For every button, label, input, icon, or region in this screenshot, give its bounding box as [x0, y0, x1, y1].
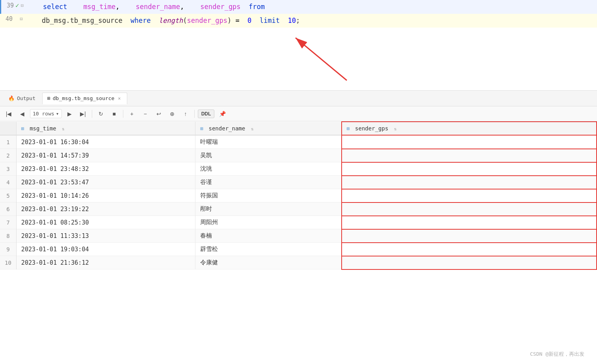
- next-page-button[interactable]: ▶: [64, 109, 75, 119]
- query-button[interactable]: ⊕: [167, 109, 178, 119]
- cell-msg-time[interactable]: 2023-01-01 21:36:12: [16, 256, 195, 269]
- tab-close-button[interactable]: ×: [117, 95, 122, 102]
- up-button[interactable]: ↑: [180, 109, 191, 119]
- cell-sender-name[interactable]: 吴凯: [195, 149, 342, 162]
- num-10: 10: [288, 17, 296, 24]
- cell-sender-name[interactable]: 周阳州: [195, 216, 342, 229]
- data-table: ⊞ msg_time ⇅ ⊞ sender_name ⇅ ⊞ sender_gp…: [0, 121, 597, 270]
- remove-row-button[interactable]: −: [140, 109, 151, 119]
- ddl-button[interactable]: DDL: [198, 110, 215, 118]
- cell-sender-gps[interactable]: [342, 216, 597, 229]
- cell-msg-time[interactable]: 2023-01-01 11:33:13: [16, 229, 195, 243]
- th-sender-name[interactable]: ⊞ sender_name ⇅: [195, 122, 342, 135]
- th-row-num: [0, 122, 16, 135]
- table-row[interactable]: 32023-01-01 23:48:32沈珧: [0, 162, 597, 176]
- cell-msg-time[interactable]: 2023-01-01 23:48:32: [16, 162, 195, 176]
- cell-sender-name[interactable]: 沈珧: [195, 162, 342, 176]
- cell-row-num: 8: [0, 229, 16, 243]
- sort-icon-sender-name[interactable]: ⇅: [251, 126, 254, 132]
- output-icon: 🔥: [8, 95, 15, 101]
- code-lines: 39 ✓ ⊟ select msg_time, sender_name, sen…: [0, 0, 597, 28]
- cell-sender-name[interactable]: 辟雪松: [195, 243, 342, 256]
- col-sender-name: sender_name: [136, 3, 180, 11]
- cell-sender-name[interactable]: 谷谨: [195, 176, 342, 189]
- table-row[interactable]: 82023-01-01 11:33:13春楠: [0, 229, 597, 243]
- cell-sender-gps[interactable]: [342, 243, 597, 256]
- tab-table[interactable]: ⊞ db_msg.tb_msg_source ×: [42, 93, 127, 104]
- table-row[interactable]: 52023-01-01 10:14:26符振国: [0, 189, 597, 202]
- cell-row-num: 6: [0, 202, 16, 216]
- sort-icon-msg-time[interactable]: ⇅: [62, 126, 65, 132]
- table-row[interactable]: 102023-01-01 21:36:12令康健: [0, 256, 597, 269]
- line-number-40: 40: [3, 15, 13, 22]
- table-row[interactable]: 42023-01-01 23:53:47谷谨: [0, 176, 597, 189]
- cell-msg-time[interactable]: 2023-01-01 23:19:22: [16, 202, 195, 216]
- refresh-button[interactable]: ↻: [95, 109, 106, 119]
- tab-output[interactable]: 🔥 Output: [3, 93, 41, 104]
- cell-sender-name[interactable]: 令康健: [195, 256, 342, 269]
- cell-sender-gps[interactable]: [342, 149, 597, 162]
- first-page-button[interactable]: |◀: [3, 109, 14, 119]
- tab-bar: 🔥 Output ⊞ db_msg.tb_msg_source ×: [0, 91, 597, 106]
- col-msg-time: msg_time: [83, 3, 115, 11]
- cell-sender-gps[interactable]: [342, 162, 597, 176]
- check-icon-39: ✓: [15, 2, 19, 9]
- rows-selector[interactable]: 10 rows ▾: [30, 109, 62, 118]
- stop-button[interactable]: ■: [109, 109, 120, 119]
- cell-msg-time[interactable]: 2023-01-01 16:30:04: [16, 135, 195, 149]
- separator-2: [123, 110, 123, 118]
- line-content-39[interactable]: select msg_time, sender_name, sender_gps…: [41, 0, 597, 14]
- code-line-39: 39 ✓ ⊟ select msg_time, sender_name, sen…: [0, 0, 597, 14]
- th-msg-time-label: msg_time: [30, 125, 56, 132]
- cell-sender-gps[interactable]: [342, 202, 597, 216]
- table-name: db_msg.tb_msg_source: [42, 17, 123, 24]
- cell-sender-gps[interactable]: [342, 256, 597, 269]
- cell-sender-gps[interactable]: [342, 176, 597, 189]
- line-content-40[interactable]: db_msg.tb_msg_source where length(sender…: [39, 14, 597, 28]
- pin-button[interactable]: 📌: [217, 109, 228, 119]
- prev-page-button[interactable]: ◀: [17, 109, 28, 119]
- col-sender-gps-2: sender_gps: [187, 17, 227, 24]
- add-row-button[interactable]: +: [126, 109, 138, 119]
- cell-msg-time[interactable]: 2023-01-01 08:25:30: [16, 216, 195, 229]
- cell-msg-time[interactable]: 2023-01-01 10:14:26: [16, 189, 195, 202]
- num-0: 0: [247, 17, 251, 24]
- cell-sender-gps[interactable]: [342, 229, 597, 243]
- cell-sender-name[interactable]: 春楠: [195, 229, 342, 243]
- cell-sender-gps[interactable]: [342, 189, 597, 202]
- cell-sender-gps[interactable]: [342, 135, 597, 149]
- keyword-select: select: [43, 3, 67, 11]
- cell-row-num: 2: [0, 149, 16, 162]
- rows-dropdown-icon: ▾: [56, 111, 59, 117]
- keyword-where: where: [130, 17, 151, 24]
- cell-msg-time[interactable]: 2023-01-01 14:57:39: [16, 149, 195, 162]
- keyword-limit: limit: [260, 17, 280, 24]
- table-row[interactable]: 12023-01-01 16:30:04叶曜瑞: [0, 135, 597, 149]
- table-row[interactable]: 62023-01-01 23:19:22邴时: [0, 202, 597, 216]
- cell-row-num: 1: [0, 135, 16, 149]
- table-row[interactable]: 22023-01-01 14:57:39吴凯: [0, 149, 597, 162]
- undo-button[interactable]: ↩: [153, 109, 164, 119]
- cell-msg-time[interactable]: 2023-01-01 19:03:04: [16, 243, 195, 256]
- table-tab-icon: ⊞: [47, 95, 50, 101]
- results-panel: 🔥 Output ⊞ db_msg.tb_msg_source × |◀ ◀ 1…: [0, 91, 597, 270]
- code-line-40: 40 ⊟ db_msg.tb_msg_source where length(s…: [0, 14, 597, 28]
- th-sender-gps[interactable]: ⊞ sender_gps ⇅: [342, 122, 597, 135]
- code-editor: 39 ✓ ⊟ select msg_time, sender_name, sen…: [0, 0, 597, 91]
- th-msg-time[interactable]: ⊞ msg_time ⇅: [16, 122, 195, 135]
- table-row[interactable]: 92023-01-01 19:03:04辟雪松: [0, 243, 597, 256]
- th-sender-gps-label: sender_gps: [355, 125, 388, 132]
- table-row[interactable]: 72023-01-01 08:25:30周阳州: [0, 216, 597, 229]
- line-gutter-39: 39 ✓ ⊟: [1, 0, 41, 11]
- cell-row-num: 9: [0, 243, 16, 256]
- semicolon: ;: [296, 17, 300, 24]
- sort-icon-sender-gps[interactable]: ⇅: [394, 126, 397, 132]
- cell-sender-name[interactable]: 邴时: [195, 202, 342, 216]
- last-page-button[interactable]: ▶|: [78, 109, 89, 119]
- rows-label: 10 rows: [33, 111, 54, 117]
- cell-sender-name[interactable]: 叶曜瑞: [195, 135, 342, 149]
- cell-sender-name[interactable]: 符振国: [195, 189, 342, 202]
- table-header: ⊞ msg_time ⇅ ⊞ sender_name ⇅ ⊞ sender_gp…: [0, 122, 597, 135]
- cell-msg-time[interactable]: 2023-01-01 23:53:47: [16, 176, 195, 189]
- paren-close: ): [227, 17, 231, 24]
